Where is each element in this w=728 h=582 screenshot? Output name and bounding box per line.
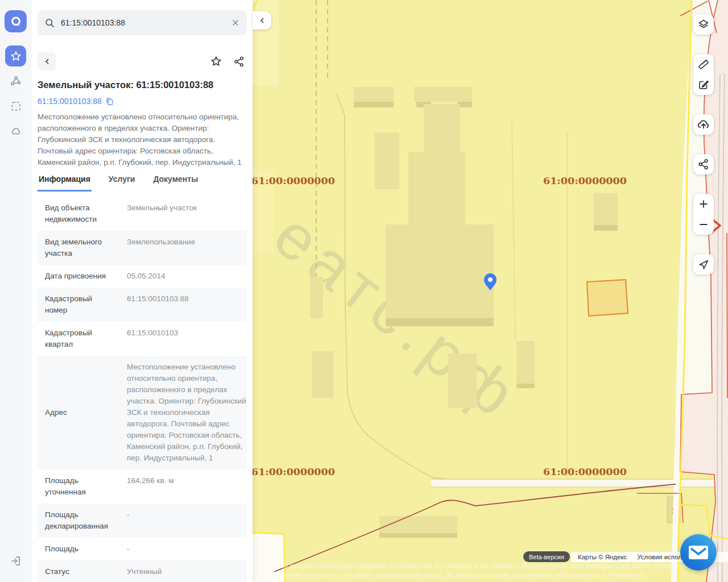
map-canvas[interactable]: еатс.рф 1 <box>253 0 728 582</box>
app-logo[interactable] <box>5 10 27 32</box>
info-table: Вид объекта недвижимости Земельный участ… <box>38 197 247 582</box>
table-row: Адрес Местоположение установлено относит… <box>38 356 247 469</box>
table-row: Кадастровый квартал 61:15:0010103 <box>38 322 247 356</box>
field-value: Земельный участок <box>120 202 247 225</box>
map-zone-white <box>253 534 285 582</box>
app-logo-icon <box>10 15 22 28</box>
table-row: Дата присвоения 05.05.2014 <box>38 265 247 288</box>
field-value: 61:15:0010103:88 <box>120 293 247 316</box>
cloud-icon <box>10 125 22 138</box>
yandex-copyright: Карты © Яндекс <box>578 554 627 560</box>
share-object-button[interactable] <box>230 52 248 70</box>
table-row: Кадастровый номер 61:15:0010103:88 <box>38 288 247 322</box>
navigation-arrow-icon <box>697 258 710 271</box>
edit-icon <box>697 78 710 91</box>
layers-button[interactable] <box>693 14 714 35</box>
chat-button[interactable] <box>680 534 717 571</box>
cadastral-number-link[interactable]: 61:15:0010103:88 <box>38 97 102 106</box>
envelope-icon <box>688 545 709 560</box>
favorite-object-button[interactable] <box>207 52 225 70</box>
layers-icon <box>697 18 710 31</box>
field-value: 05.05.2014 <box>120 271 247 282</box>
field-value: - <box>120 543 247 555</box>
share-icon <box>233 56 245 68</box>
plus-icon <box>698 198 709 210</box>
field-label: Кадастровый номер <box>45 293 120 316</box>
table-row: Площадь уточненная 164,266 кв. м <box>38 469 247 504</box>
field-label: Площадь <box>45 543 120 555</box>
field-value: 61:15:0010103 <box>120 327 247 350</box>
tab-bar: Информация Услуги Документы <box>38 173 247 192</box>
object-description: Местоположение установлено относительно … <box>38 111 248 168</box>
field-value: Учтенный <box>120 566 247 577</box>
ruler-icon <box>697 58 710 70</box>
search-bar[interactable] <box>38 10 247 35</box>
quarter-label: 61:00:0000000 <box>253 175 335 186</box>
search-input[interactable] <box>61 18 231 27</box>
table-row: Статус Учтенный <box>38 560 247 582</box>
field-label: Дата присвоения <box>45 271 120 282</box>
tab-information[interactable]: Информация <box>38 173 92 192</box>
clear-search-icon[interactable] <box>231 18 240 27</box>
beta-badge: Beta-версия <box>523 551 570 562</box>
copy-icon[interactable] <box>105 97 114 106</box>
search-icon <box>44 18 55 28</box>
panel-collapse-button[interactable] <box>253 11 271 30</box>
graph-icon <box>10 75 22 88</box>
selection-square-icon <box>10 100 22 113</box>
field-label: Адрес <box>45 407 120 418</box>
measure-button[interactable] <box>693 54 714 74</box>
locate-me-button[interactable] <box>693 254 714 275</box>
field-value: - <box>120 509 247 532</box>
left-icon-rail <box>0 0 31 582</box>
sidebar-item-graph[interactable] <box>5 70 26 92</box>
field-label: Кадастровый квартал <box>45 327 120 350</box>
star-icon <box>10 50 22 63</box>
share-map-button[interactable] <box>693 154 714 174</box>
field-label: Вид объекта недвижимости <box>45 202 120 225</box>
detail-panel: Земельный участок: 61:15:0010103:88 61:1… <box>31 0 253 582</box>
chevron-left-icon <box>43 57 52 66</box>
sidebar-item-cloud[interactable] <box>5 120 26 142</box>
field-label: Площадь уточненная <box>45 475 120 498</box>
share-icon <box>697 158 710 171</box>
chevron-left-icon <box>258 16 267 25</box>
page-title: Земельный участок: 61:15:0010103:88 <box>38 80 247 90</box>
field-label: Вид земельного участка <box>45 236 120 259</box>
field-value: Землепользование <box>120 236 247 259</box>
cloud-upload-icon <box>697 118 710 131</box>
tab-documents[interactable]: Документы <box>152 173 199 192</box>
field-label: Площадь декларированная <box>45 509 120 532</box>
tab-services[interactable]: Услуги <box>107 173 136 192</box>
field-value: 164,266 кв. м <box>120 475 247 498</box>
table-row: Вид объекта недвижимости Земельный участ… <box>38 197 247 231</box>
quarter-label: 61:00:0000000 <box>543 175 627 186</box>
table-row: Площадь декларированная - <box>38 504 247 538</box>
sidebar-item-select-area[interactable] <box>5 95 26 117</box>
login-icon <box>10 555 22 567</box>
zoom-out-button[interactable] <box>693 214 714 235</box>
table-row: Площадь - <box>38 538 247 560</box>
highlighted-parcel[interactable] <box>587 280 628 316</box>
draw-edit-button[interactable] <box>693 74 714 95</box>
field-label: Статус <box>45 566 120 577</box>
map-disclaimer-line2: ирует точность и не имеет юридической си… <box>284 571 647 579</box>
quarter-label: 61:00:0000000 <box>253 466 335 477</box>
star-icon <box>210 55 222 68</box>
field-value: Местоположение установлено относительно … <box>120 361 247 464</box>
zoom-in-button[interactable] <box>693 194 714 214</box>
quarter-label: 61:00:0000000 <box>543 466 627 477</box>
sidebar-item-login[interactable] <box>5 550 26 571</box>
table-row: Вид земельного участка Землепользование <box>38 231 247 265</box>
map-disclaimer-line1: ый ресурс использует сведения из открыты… <box>279 562 713 570</box>
sidebar-item-favorites[interactable] <box>5 45 26 66</box>
minus-icon <box>698 219 709 230</box>
back-button[interactable] <box>38 52 56 70</box>
upload-button[interactable] <box>693 114 714 135</box>
